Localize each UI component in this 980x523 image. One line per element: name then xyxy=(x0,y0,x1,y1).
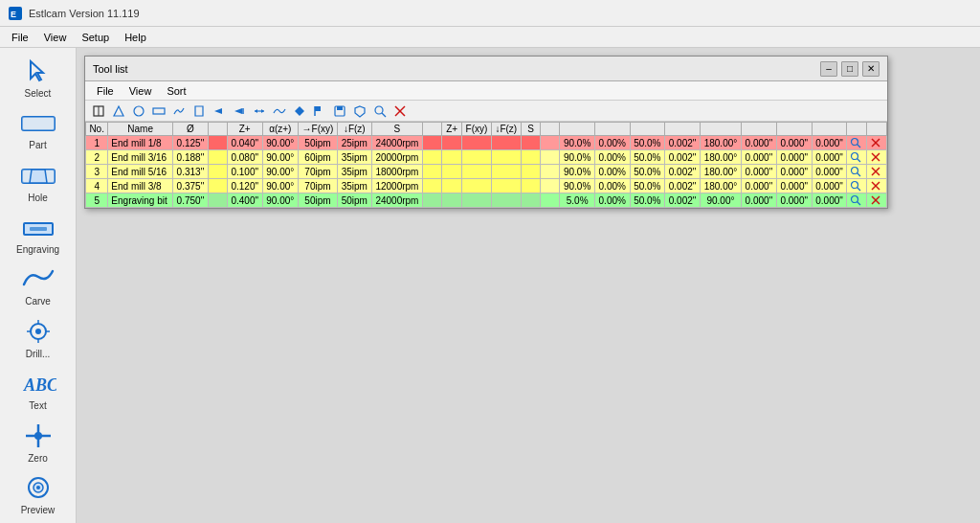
toolbar-btn-flag[interactable] xyxy=(310,102,329,120)
table-cell: 0.00% xyxy=(594,193,630,208)
table-row[interactable]: 2End mill 3/160.188"0.080"90.00°60ipm35i… xyxy=(86,150,887,165)
svg-point-44 xyxy=(852,139,858,146)
toolbar-btn-wave[interactable] xyxy=(270,102,289,120)
table-cell xyxy=(491,193,521,208)
table-cell[interactable] xyxy=(847,165,867,179)
table-cell: 24000rpm xyxy=(371,193,423,208)
toolbar-btn-save[interactable] xyxy=(330,102,349,120)
sidebar-item-engraving[interactable]: Engraving xyxy=(4,208,73,258)
table-cell xyxy=(491,179,521,193)
table-cell[interactable] xyxy=(867,179,887,193)
toolbar-btn-arrows[interactable] xyxy=(250,102,269,120)
table-cell: 50.0% xyxy=(630,165,665,179)
table-cell: 180.00° xyxy=(700,150,741,165)
maximize-button[interactable]: □ xyxy=(841,61,858,77)
table-cell[interactable] xyxy=(867,165,887,179)
table-cell: 50ipm xyxy=(298,136,337,150)
zero-label: Zero xyxy=(28,453,48,464)
table-cell xyxy=(423,136,442,150)
table-cell: End mill 3/8 xyxy=(108,179,173,193)
toolbar-btn-arrow-right2[interactable] xyxy=(230,102,249,120)
table-cell: 0.750" xyxy=(173,193,209,208)
table-row[interactable]: 3End mill 5/160.313"0.100"90.00°70ipm35i… xyxy=(86,165,887,179)
th-e5 xyxy=(700,123,741,136)
table-cell: 0.375" xyxy=(173,179,209,193)
minimize-button[interactable]: – xyxy=(820,61,837,77)
th-speed: S xyxy=(371,123,423,136)
table-cell xyxy=(423,179,442,193)
toolbar-btn-search[interactable] xyxy=(370,102,390,120)
menu-help[interactable]: Help xyxy=(117,30,154,45)
menu-view[interactable]: View xyxy=(36,30,75,45)
table-cell: 0.002" xyxy=(665,179,701,193)
sidebar-item-text[interactable]: ABC Text xyxy=(4,365,73,415)
table-cell xyxy=(442,179,462,193)
table-cell[interactable] xyxy=(867,136,887,150)
table-cell: 180.00° xyxy=(700,179,741,193)
sidebar-item-select[interactable]: Select xyxy=(4,52,73,102)
toolbar-btn-x[interactable] xyxy=(390,102,410,120)
svg-point-19 xyxy=(34,432,42,440)
sidebar-item-hole[interactable]: Hole xyxy=(4,156,73,206)
toolbar-btn-2[interactable] xyxy=(109,102,128,120)
th-fz: ↓F(z) xyxy=(338,123,371,136)
table-cell xyxy=(521,150,541,165)
table-cell[interactable] xyxy=(867,150,887,165)
toolbar-btn-3[interactable] xyxy=(129,102,148,120)
table-cell[interactable] xyxy=(847,150,867,165)
tool-menu-view[interactable]: View xyxy=(122,84,160,98)
table-cell: 0.125" xyxy=(173,136,209,150)
toolbar-btn-4[interactable] xyxy=(149,102,168,120)
sidebar-item-part[interactable]: Part xyxy=(4,103,73,153)
sidebar-item-preview[interactable]: Preview xyxy=(4,469,73,519)
menu-file[interactable]: File xyxy=(4,30,36,45)
table-cell[interactable] xyxy=(847,136,867,150)
svg-line-57 xyxy=(858,188,861,192)
toolbar-btn-6[interactable] xyxy=(189,102,209,120)
th-sep1 xyxy=(208,123,227,136)
drill-label: Drill... xyxy=(26,349,51,359)
table-row[interactable]: 1End mill 1/80.125"0.040"90.00°50ipm25ip… xyxy=(86,136,887,150)
table-cell[interactable] xyxy=(847,193,867,208)
tool-table-wrapper: No. Name Ø Z+ α(z+) →F(xy) ↓F(z) S Z+ F(… xyxy=(85,122,887,208)
svg-marker-7 xyxy=(30,170,47,183)
table-cell: 5 xyxy=(86,193,108,208)
toolbar-btn-shield[interactable] xyxy=(350,102,369,120)
table-cell: 4 xyxy=(86,179,108,193)
table-cell[interactable] xyxy=(867,193,887,208)
table-cell xyxy=(208,136,227,150)
table-row[interactable]: 5Engraving bit0.750"0.400"90.00°50ipm50i… xyxy=(86,193,887,208)
sidebar-item-drill[interactable]: Drill... xyxy=(4,312,73,362)
close-button[interactable]: ✕ xyxy=(862,61,880,77)
tool-window-titlebar: Tool list – □ ✕ xyxy=(85,57,887,81)
table-cell: 90.00° xyxy=(262,179,298,193)
toolbar-btn-1[interactable] xyxy=(89,102,108,120)
sidebar-item-carve[interactable]: Carve xyxy=(4,261,73,310)
tool-menu-file[interactable]: File xyxy=(89,84,122,98)
th-actions2 xyxy=(867,123,887,136)
table-cell: 90.0% xyxy=(560,179,595,193)
tool-window-title: Tool list xyxy=(93,63,128,75)
table-cell: 0.000" xyxy=(812,165,847,179)
table-cell xyxy=(462,136,492,150)
toolbar-btn-5[interactable] xyxy=(169,102,189,120)
toolbar-btn-diamond[interactable] xyxy=(290,102,309,120)
table-cell xyxy=(541,179,560,193)
table-cell[interactable] xyxy=(847,179,867,193)
tool-menu-sort[interactable]: Sort xyxy=(159,84,193,98)
table-cell: 50.0% xyxy=(630,179,665,193)
hole-label: Hole xyxy=(28,193,48,203)
svg-marker-2 xyxy=(31,61,43,80)
table-cell: 0.000" xyxy=(812,193,847,208)
table-cell: 0.00% xyxy=(594,179,630,193)
table-cell: 0.000" xyxy=(812,179,847,193)
sidebar-item-zero[interactable]: Zero xyxy=(4,417,73,466)
table-cell: 0.000" xyxy=(742,193,777,208)
th-no: No. xyxy=(86,123,108,136)
svg-point-60 xyxy=(852,196,858,203)
table-cell: 50.0% xyxy=(630,150,665,165)
menu-setup[interactable]: Setup xyxy=(74,30,117,45)
table-cell: 90.0% xyxy=(560,136,595,150)
toolbar-btn-arrow-right[interactable] xyxy=(210,102,229,120)
table-row[interactable]: 4End mill 3/80.375"0.120"90.00°70ipm35ip… xyxy=(86,179,887,193)
